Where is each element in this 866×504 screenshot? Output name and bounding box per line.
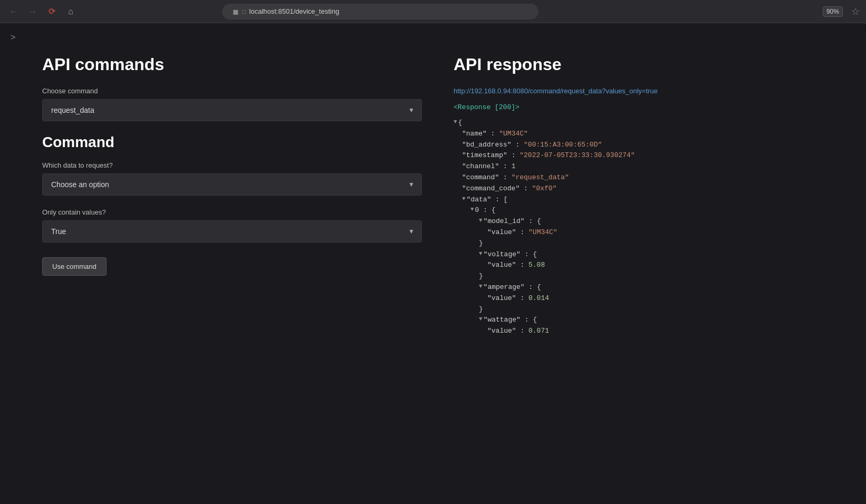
json-channel: "channel" : 1 bbox=[462, 161, 824, 172]
json-viewer: ▼ { "name" : "UM34C" "bd_address" : "00:… bbox=[454, 118, 824, 337]
json-model-id-close: } bbox=[479, 238, 824, 249]
json-amperage: ▼ "amperage" : { bbox=[479, 282, 824, 293]
address-bar[interactable]: ◼ □ localhost:8501/device_testing bbox=[222, 4, 538, 20]
back-button[interactable]: ← bbox=[6, 4, 21, 19]
forward-button[interactable]: → bbox=[25, 4, 40, 19]
left-panel: API commands Choose command request_data… bbox=[42, 55, 454, 483]
only-contain-select-wrapper: True False ▼ bbox=[42, 220, 422, 243]
json-toggle-data-0[interactable]: ▼ bbox=[470, 205, 474, 215]
command-section-title: Command bbox=[42, 134, 422, 151]
json-model-id-value: "value" : "UM34C" bbox=[487, 227, 824, 238]
choose-command-label: Choose command bbox=[42, 87, 422, 95]
json-bd-address: "bd_address" : "00:15:A3:00:65:0D" bbox=[462, 140, 824, 151]
api-commands-title: API commands bbox=[42, 55, 422, 74]
response-status: <Response [200]> bbox=[454, 103, 824, 111]
json-toggle-wattage[interactable]: ▼ bbox=[479, 315, 483, 324]
browser-chrome: ← → ⟳ ⌂ ◼ □ localhost:8501/device_testin… bbox=[0, 0, 866, 23]
security-icon: ◼ bbox=[233, 7, 239, 16]
api-url-link[interactable]: http://192.168.0.94:8080/command/request… bbox=[454, 87, 824, 95]
api-response-title: API response bbox=[454, 55, 824, 74]
which-data-field: Which data to request? Choose an option … bbox=[42, 161, 422, 196]
json-toggle-data[interactable]: ▼ bbox=[462, 195, 466, 204]
json-voltage: ▼ "voltage" : { bbox=[479, 249, 824, 260]
json-root-open: ▼ { bbox=[454, 118, 824, 129]
json-timestamp: "timestamp" : "2022-07-05T23:33:30.93027… bbox=[462, 150, 824, 161]
bookmark-icon[interactable]: ☆ bbox=[851, 6, 860, 17]
json-amperage-close: } bbox=[479, 304, 824, 315]
choose-command-field: Choose command request_data send_data ge… bbox=[42, 87, 422, 121]
json-data-array: ▼ "data" : [ bbox=[462, 195, 824, 206]
json-model-id: ▼ "model_id" : { bbox=[479, 216, 824, 227]
which-data-select[interactable]: Choose an option option1 option2 bbox=[42, 173, 422, 196]
use-command-button[interactable]: Use command bbox=[42, 257, 107, 276]
json-toggle-voltage[interactable]: ▼ bbox=[479, 249, 483, 259]
only-contain-field: Only contain values? True False ▼ bbox=[42, 208, 422, 243]
command-select[interactable]: request_data send_data get_status bbox=[42, 99, 422, 121]
only-contain-select[interactable]: True False bbox=[42, 220, 422, 243]
json-toggle-root[interactable]: ▼ bbox=[454, 118, 457, 127]
page-content: API commands Choose command request_data… bbox=[0, 23, 866, 504]
only-contain-label: Only contain values? bbox=[42, 208, 422, 216]
json-amperage-value: "value" : 0.014 bbox=[487, 293, 824, 304]
json-command: "command" : "request_data" bbox=[462, 172, 824, 183]
json-voltage-close: } bbox=[479, 271, 824, 282]
reload-button[interactable]: ⟳ bbox=[44, 4, 59, 19]
json-name: "name" : "UM34C" bbox=[462, 129, 824, 140]
which-data-label: Which data to request? bbox=[42, 161, 422, 169]
command-select-wrapper: request_data send_data get_status ▼ bbox=[42, 99, 422, 121]
which-data-select-wrapper: Choose an option option1 option2 ▼ bbox=[42, 173, 422, 196]
json-voltage-value: "value" : 5.08 bbox=[487, 260, 824, 271]
command-section: Command Which data to request? Choose an… bbox=[42, 134, 422, 276]
right-panel: API response http://192.168.0.94:8080/co… bbox=[454, 55, 824, 483]
url-text: localhost:8501/device_testing bbox=[249, 7, 340, 15]
zoom-level: 90% bbox=[823, 6, 843, 17]
home-button[interactable]: ⌂ bbox=[63, 4, 78, 19]
json-command-code: "command_code" : "0xf0" bbox=[462, 183, 824, 195]
json-toggle-model-id[interactable]: ▼ bbox=[479, 216, 483, 226]
json-toggle-amperage[interactable]: ▼ bbox=[479, 282, 483, 292]
page-icon: □ bbox=[242, 8, 246, 15]
sidebar-toggle[interactable]: > bbox=[8, 31, 17, 44]
json-wattage-value: "value" : 0.071 bbox=[487, 326, 824, 337]
json-data-0: ▼ 0 : { bbox=[470, 205, 824, 216]
json-wattage: ▼ "wattage" : { bbox=[479, 315, 824, 326]
